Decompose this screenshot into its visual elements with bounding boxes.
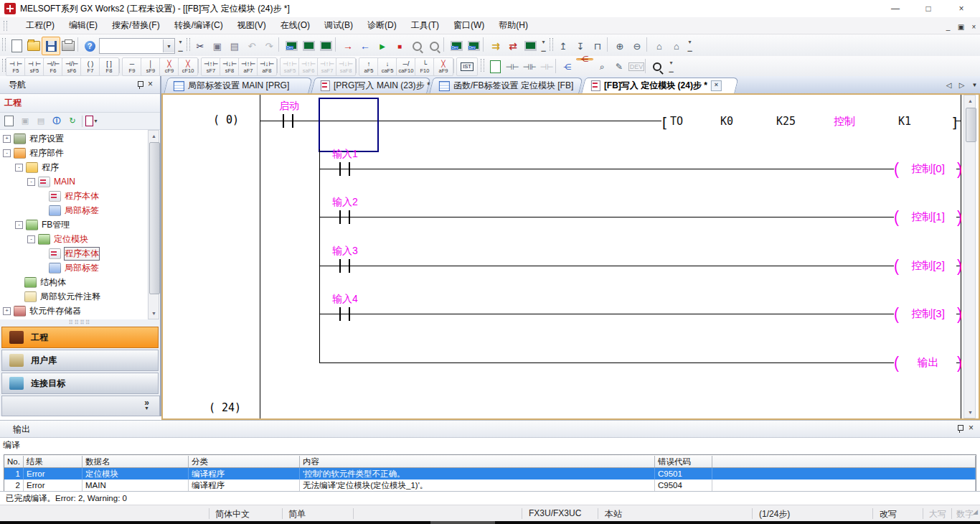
panel-splitter[interactable]: ⠿⠿⠿⠿ — [0, 319, 160, 325]
menu-edit[interactable]: 编辑(E) — [62, 17, 105, 34]
delete-horizontal-line-button[interactable]: ╳cF9 — [159, 57, 179, 76]
mdi-restore-button[interactable]: ▣ — [954, 20, 968, 33]
pin-icon[interactable] — [136, 80, 143, 89]
tab-scroll-left-icon[interactable]: ◁ — [943, 80, 954, 90]
toolbar-overflow[interactable]: ▾▁ — [176, 39, 184, 52]
falling-pulse-branch-button[interactable]: ⊣↓⊢aF8 — [257, 57, 277, 76]
edit-statement-button[interactable]: ✎ — [611, 58, 628, 75]
refresh-icon[interactable]: ↻ — [66, 115, 79, 128]
open-branch-button[interactable]: ⊣ ⊢sF5 — [24, 57, 44, 76]
new-project-button[interactable] — [7, 37, 26, 55]
fx-tool-button-1[interactable]: ⌂ — [650, 37, 669, 55]
falling-pulse-button[interactable]: ⊣↓⊢sF8 — [220, 57, 240, 76]
read-from-plc-button[interactable]: ← — [356, 37, 374, 55]
ladder-vertical-scrollbar[interactable]: ▲ ▼ — [963, 95, 976, 418]
open-contact[interactable] — [339, 210, 350, 224]
open-project-button[interactable] — [24, 37, 43, 55]
col-result[interactable]: 结果 — [24, 456, 83, 467]
menu-window[interactable]: 窗口(W) — [446, 17, 491, 34]
function-block-combo[interactable]: ▼ — [99, 38, 175, 54]
stop-monitor-button[interactable]: ■ — [390, 37, 409, 55]
tab-fb-positioning-module[interactable]: [FB]写入 定位模块 (24)步 *× — [581, 78, 738, 93]
pulse-negate-button-1[interactable]: ⊣↑⊢saF5 — [280, 57, 300, 76]
step-over-button[interactable]: ↧ — [571, 37, 590, 55]
tab-close-icon[interactable]: × — [711, 80, 722, 91]
undo-button[interactable]: ↶ — [242, 37, 261, 55]
rising-pulse-button[interactable]: ⊣↑⊢sF7 — [201, 57, 221, 76]
open-contact[interactable] — [339, 307, 350, 321]
open-contact[interactable] — [283, 114, 293, 128]
col-category[interactable]: 分类 — [189, 456, 300, 467]
menu-online[interactable]: 在线(O) — [273, 17, 317, 34]
tree-item-local-device-comment[interactable]: 局部软元件注释 — [15, 289, 100, 304]
zoom-button[interactable] — [649, 58, 666, 75]
print-button[interactable] — [59, 37, 77, 55]
open-contact-button[interactable]: ⊣ ⊢F5 — [6, 57, 26, 76]
draw-line-button[interactable]: └F10 — [415, 57, 435, 76]
delete-line-button[interactable]: ╳aF9 — [433, 57, 453, 76]
table-row[interactable]: 1 Error 定位模块 编译程序 '控制'的软元件类型不正确。 C9501 — [4, 468, 976, 479]
menu-project[interactable]: 工程(P) — [19, 17, 62, 34]
scroll-up-icon[interactable]: ▲ — [149, 131, 159, 141]
output-compile-tab[interactable]: 编译 — [3, 439, 20, 452]
statement-tree-button[interactable]: ⋲ — [559, 58, 576, 75]
nav-button-project[interactable]: 工程 — [1, 327, 159, 348]
remote-operation-button[interactable]: ⇄ — [504, 37, 522, 55]
device-batch-monitor-button[interactable] — [447, 37, 466, 55]
tree-item-main[interactable]: -MAIN — [27, 174, 75, 189]
col-content[interactable]: 内容 — [300, 456, 655, 467]
rising-pulse-branch-button[interactable]: ⊣↑⊢aF7 — [238, 57, 258, 76]
pulse-negate-button-2[interactable]: ⊣↑⊢saF6 — [298, 57, 319, 76]
toolbar-grip[interactable] — [2, 38, 6, 51]
nav-button-user-library[interactable]: 用户库 — [1, 350, 159, 371]
menu-help[interactable]: 帮助(H) — [491, 17, 535, 34]
sort-filter-icon[interactable]: ▼ — [85, 115, 98, 128]
scroll-up-icon[interactable]: ▲ — [965, 95, 976, 106]
copy-icon[interactable]: ▣ — [19, 115, 32, 128]
pin-icon[interactable] — [956, 424, 963, 433]
toolbar-grip[interactable] — [481, 59, 484, 72]
save-project-button[interactable] — [42, 37, 60, 55]
convert-pulse-button[interactable]: ↓caF5 — [377, 57, 397, 76]
output-coil[interactable]: (控制[3]) — [894, 305, 962, 322]
delete-vertical-line-button[interactable]: ╳cF10 — [178, 57, 198, 76]
combo-dropdown-icon[interactable]: ▼ — [163, 39, 174, 52]
application-instruction-button[interactable]: [ ]F8 — [99, 57, 119, 76]
step-execution-button[interactable]: ↥ — [554, 37, 573, 55]
open-contact[interactable] — [339, 162, 350, 176]
menu-compile[interactable]: 转换/编译(C) — [167, 17, 230, 34]
system-monitor-button[interactable] — [521, 37, 540, 55]
col-no[interactable]: No. — [4, 456, 24, 467]
open-contact[interactable] — [339, 259, 350, 273]
pulse-negate-button-4[interactable]: ⊣↓⊢saF8 — [336, 57, 356, 76]
mdi-close-button[interactable]: × — [967, 20, 980, 33]
delete-line-mode-button[interactable]: ─/caF10 — [396, 57, 416, 76]
monitor-write-button[interactable] — [407, 37, 426, 55]
write-mode-button[interactable]: ⊣⊩ — [521, 58, 538, 75]
vertical-line-button[interactable]: │sF9 — [141, 57, 161, 76]
skip-execution-button[interactable]: ⊓ — [588, 37, 607, 55]
ladder-editor[interactable]: ( 0) ( 24) 启动 [ TO K0 K25 控制 K1 ] 输入1 (控… — [161, 93, 980, 420]
menu-view[interactable]: 视图(V) — [230, 17, 273, 34]
data-info-icon[interactable]: ⓘ — [50, 115, 63, 128]
maximize-button[interactable]: □ — [912, 0, 945, 17]
edit-mode-toggle-button[interactable]: ⋲ — [576, 58, 593, 60]
verify-button[interactable]: ⇉ — [486, 37, 505, 55]
tab-local-label-main[interactable]: 局部标签设置 MAIN [PRG] — [164, 78, 312, 93]
close-contact-button[interactable]: ⊣/⊢F6 — [43, 57, 63, 76]
menu-debug[interactable]: 调试(B) — [317, 17, 360, 34]
tab-list-icon[interactable]: ▼ — [969, 80, 980, 90]
device-register-monitor-button[interactable] — [464, 37, 483, 55]
read-mode-button[interactable]: ⊣⊢ — [504, 58, 521, 75]
help-button[interactable]: ? — [80, 37, 99, 55]
tree-scrollbar[interactable]: ▲ ▼ — [148, 130, 159, 319]
mdi-minimize-button[interactable]: _ — [941, 20, 955, 33]
output-coil[interactable]: (控制[0]) — [894, 160, 962, 177]
tree-item-pou[interactable]: -程序部件 — [3, 146, 64, 160]
toolbar-overflow[interactable]: ▾▁ — [540, 39, 547, 52]
paste-icon[interactable]: ▤ — [34, 115, 47, 128]
scroll-thumb[interactable] — [149, 142, 160, 294]
redo-button[interactable]: ↷ — [260, 37, 278, 55]
pulse-negate-button-3[interactable]: ⊣↑⊢saF7 — [317, 57, 337, 76]
tree-item-structure[interactable]: 结构体 — [15, 275, 66, 289]
